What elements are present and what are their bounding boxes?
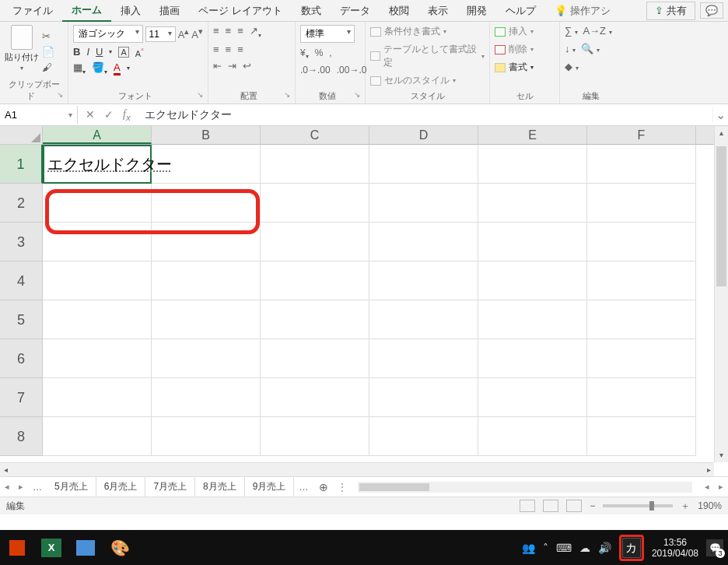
sheet-nav-prev-icon[interactable]: ◂ — [0, 482, 14, 492]
col-header-B[interactable]: B — [152, 126, 261, 144]
onedrive-icon[interactable]: ☁ — [579, 542, 590, 554]
cell[interactable] — [478, 300, 587, 339]
cell-A1[interactable]: エクセルドクター — [43, 145, 152, 184]
tab-data[interactable]: データ — [331, 1, 380, 21]
sheet-tab[interactable]: 6月売上 — [96, 477, 146, 497]
cell[interactable] — [369, 184, 478, 223]
copy-icon[interactable]: 📄 — [42, 46, 54, 57]
format-as-table-button[interactable]: テーブルとして書式設定▾ — [370, 43, 485, 69]
row-header-8[interactable]: 8 — [0, 417, 43, 456]
comma-icon[interactable]: , — [329, 47, 331, 60]
sheet-overflow-icon[interactable]: … — [28, 482, 47, 493]
increase-decimal-icon[interactable]: .0→.00 — [300, 65, 331, 75]
row-header-5[interactable]: 5 — [0, 300, 43, 339]
bold-button[interactable]: B — [73, 46, 80, 58]
align-top-icon[interactable]: ≡ — [213, 25, 219, 39]
col-header-D[interactable]: D — [369, 126, 478, 144]
row-header-2[interactable]: 2 — [0, 184, 43, 223]
dialog-launcher-icon[interactable]: ↘ — [197, 90, 203, 99]
col-header-E[interactable]: E — [478, 126, 587, 144]
cell[interactable] — [152, 378, 261, 417]
increase-indent-icon[interactable]: ⇥ — [228, 60, 236, 72]
cell[interactable] — [369, 300, 478, 339]
row-header-3[interactable]: 3 — [0, 223, 43, 261]
clear-format-icon[interactable]: Aˣ — [135, 46, 144, 58]
scroll-left-icon[interactable]: ◂ — [700, 482, 714, 492]
conditional-formatting-button[interactable]: 条件付き書式▾ — [370, 25, 485, 38]
cell[interactable] — [369, 378, 478, 417]
cell[interactable] — [478, 261, 587, 300]
people-icon[interactable]: 👥 — [522, 542, 535, 554]
scrollbar-thumb[interactable] — [359, 483, 429, 491]
align-right-icon[interactable]: ≡ — [237, 44, 243, 55]
cell[interactable] — [587, 339, 696, 378]
cell[interactable] — [369, 417, 478, 456]
format-cells-button[interactable]: 書式▾ — [495, 61, 555, 74]
tab-help[interactable]: ヘルプ — [496, 1, 545, 21]
col-header-C[interactable]: C — [261, 126, 369, 144]
cell[interactable] — [261, 417, 369, 456]
align-middle-icon[interactable]: ≡ — [226, 25, 232, 39]
cell[interactable] — [587, 417, 696, 456]
wrap-text-icon[interactable]: ↩ — [243, 60, 251, 72]
cell[interactable] — [152, 261, 261, 300]
cell[interactable] — [43, 339, 152, 378]
delete-cells-button[interactable]: 削除▾ — [495, 43, 555, 56]
cell[interactable] — [43, 378, 152, 417]
cell[interactable] — [261, 184, 369, 223]
row-header-6[interactable]: 6 — [0, 339, 43, 378]
cell[interactable] — [152, 223, 261, 261]
cell[interactable] — [152, 417, 261, 456]
office-icon[interactable] — [0, 533, 34, 563]
fx-icon[interactable]: fx — [123, 108, 131, 122]
cell[interactable] — [43, 184, 152, 223]
clear-button[interactable]: ◆ ▾ — [565, 61, 618, 72]
cell[interactable] — [478, 339, 587, 378]
action-center-icon[interactable]: 💬3 — [706, 539, 723, 556]
cell[interactable] — [478, 223, 587, 261]
cell[interactable] — [261, 300, 369, 339]
align-bottom-icon[interactable]: ≡ — [237, 25, 243, 39]
cell[interactable] — [261, 339, 369, 378]
cell[interactable] — [43, 300, 152, 339]
cell[interactable] — [369, 339, 478, 378]
chevron-down-icon[interactable]: ▾ — [68, 111, 72, 119]
volume-icon[interactable]: 🔊 — [598, 542, 611, 554]
currency-icon[interactable]: ¥▾ — [300, 47, 309, 60]
cell-styles-button[interactable]: セルのスタイル▾ — [370, 74, 485, 87]
sheet-tab[interactable]: 9月売上 — [245, 477, 295, 497]
row-header-1[interactable]: 1 — [0, 145, 43, 184]
cell[interactable] — [478, 417, 587, 456]
page-layout-view-icon[interactable] — [543, 500, 558, 512]
tab-formulas[interactable]: 数式 — [292, 1, 331, 21]
tell-me[interactable]: 💡 操作アシ — [545, 1, 620, 21]
scrollbar-thumb[interactable] — [716, 146, 726, 286]
new-sheet-button[interactable]: ⊕ — [313, 481, 334, 493]
excel-taskbar-icon[interactable]: X — [34, 533, 68, 563]
align-left-icon[interactable]: ≡ — [213, 44, 219, 55]
number-format-select[interactable]: 標準 — [300, 25, 355, 43]
tab-draw[interactable]: 描画 — [150, 1, 189, 21]
cancel-formula-icon[interactable]: ✕ — [86, 108, 95, 121]
orientation-icon[interactable]: ↗▾ — [250, 25, 261, 39]
cell[interactable] — [478, 184, 587, 223]
enter-formula-icon[interactable]: ✓ — [104, 108, 114, 121]
autosum-button[interactable]: ∑ ▾ A→Z ▾ — [565, 25, 618, 37]
cell-D1[interactable] — [369, 145, 478, 184]
tab-view[interactable]: 表示 — [418, 1, 457, 21]
cut-icon[interactable]: ✂ — [42, 30, 54, 41]
zoom-in-icon[interactable]: ＋ — [681, 500, 690, 513]
zoom-level[interactable]: 190% — [698, 500, 722, 511]
photos-icon[interactable] — [68, 533, 103, 563]
row-header-4[interactable]: 4 — [0, 261, 43, 300]
border-icon[interactable]: ▦▾ — [73, 61, 86, 75]
taskbar-clock[interactable]: 13:56 2019/04/08 — [652, 537, 698, 559]
zoom-slider[interactable] — [603, 504, 673, 507]
font-color-icon[interactable]: A — [114, 61, 121, 75]
name-box[interactable]: A1 ▾ — [0, 106, 78, 124]
cell[interactable] — [587, 300, 696, 339]
cell[interactable] — [43, 261, 152, 300]
scroll-left-icon[interactable]: ◂ — [0, 463, 11, 476]
tab-insert[interactable]: 挿入 — [111, 1, 150, 21]
percent-icon[interactable]: % — [315, 47, 324, 60]
